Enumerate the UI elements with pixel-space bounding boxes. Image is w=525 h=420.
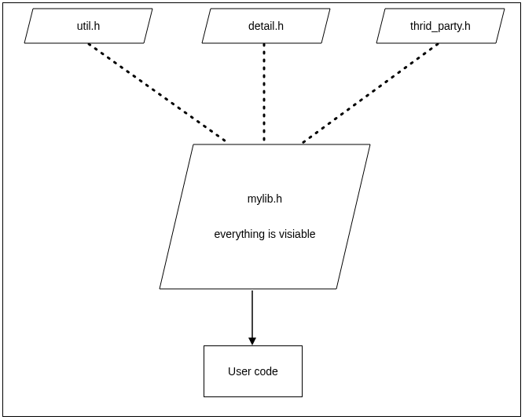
node-user-code: User code [204, 345, 303, 397]
node-util: util.h [24, 8, 153, 44]
node-mylib-label: mylib.h [244, 188, 285, 210]
node-detail-label: detail.h [245, 16, 287, 37]
diagram-canvas: util.h detail.h thrid_party.h mylib.h ev… [0, 0, 525, 420]
node-detail: detail.h [201, 8, 331, 44]
edge-util-mylib [89, 44, 228, 143]
arrowhead-icon [248, 338, 256, 345]
node-third-party-label: thrid_party.h [407, 16, 474, 37]
node-third-party: thrid_party.h [376, 8, 505, 44]
edge-thirdparty-mylib [303, 44, 438, 143]
svg-marker-3 [160, 144, 370, 289]
node-mylib-subtitle: everything is visiable [211, 224, 318, 245]
node-mylib: mylib.h everything is visiable [159, 144, 371, 290]
node-util-label: util.h [74, 16, 104, 37]
node-user-code-label: User code [228, 365, 278, 378]
